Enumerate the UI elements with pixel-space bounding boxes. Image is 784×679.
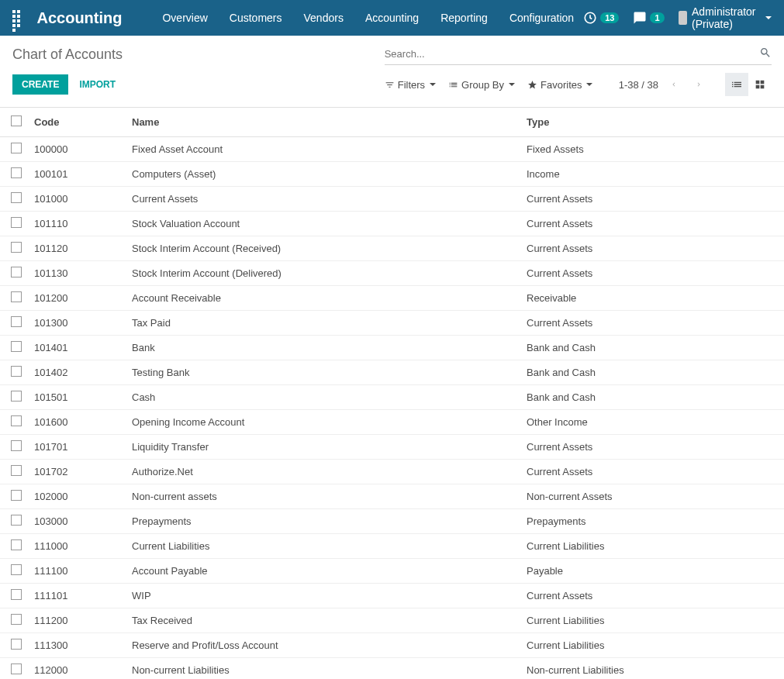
control-panel: Chart of Accounts CREATE IMPORT Filters … (0, 36, 784, 107)
view-list-button[interactable] (725, 73, 748, 96)
filters-button[interactable]: Filters (385, 79, 436, 91)
nav-overview[interactable]: Overview (153, 7, 216, 29)
table-row[interactable]: 101702Authorize.NetCurrent Assets (0, 460, 784, 484)
table-row[interactable]: 101120Stock Interim Account (Received)Cu… (0, 236, 784, 261)
row-checkbox[interactable] (11, 217, 22, 228)
cell-type: Prepayments (520, 509, 784, 534)
nav-vendors[interactable]: Vendors (295, 7, 353, 29)
table-row[interactable]: 112000Non-current LiabilitiesNon-current… (0, 658, 784, 680)
table-row[interactable]: 102000Non-current assetsNon-current Asse… (0, 484, 784, 509)
table-row[interactable]: 111200Tax ReceivedCurrent Liabilities (0, 608, 784, 633)
row-checkbox[interactable] (11, 143, 22, 153)
cell-name: Testing Bank (126, 360, 520, 385)
cell-name: Current Assets (126, 187, 520, 212)
search-input[interactable] (385, 43, 772, 64)
app-brand[interactable]: Accounting (36, 9, 122, 27)
cell-type: Current Assets (520, 187, 784, 212)
row-checkbox[interactable] (11, 242, 22, 253)
table-row[interactable]: 101000Current AssetsCurrent Assets (0, 187, 784, 212)
pager-prev[interactable] (665, 75, 683, 94)
select-all-checkbox[interactable] (11, 115, 22, 126)
favorites-button[interactable]: Favorites (527, 79, 592, 91)
table-row[interactable]: 101401BankBank and Cash (0, 336, 784, 360)
table-row[interactable]: 100101Computers (Asset)Income (0, 162, 784, 187)
cell-type: Current Assets (520, 460, 784, 484)
table-row[interactable]: 101300Tax PaidCurrent Assets (0, 311, 784, 336)
nav-customers[interactable]: Customers (220, 7, 292, 29)
cell-type: Fixed Assets (520, 137, 784, 162)
pager-next[interactable] (689, 75, 708, 94)
row-checkbox[interactable] (11, 391, 22, 402)
cell-code: 112000 (28, 658, 126, 680)
table-row[interactable]: 111000Current LiabilitiesCurrent Liabili… (0, 534, 784, 559)
header-name[interactable]: Name (126, 108, 520, 137)
table-row[interactable]: 101402Testing BankBank and Cash (0, 360, 784, 385)
table-row[interactable]: 101200Account ReceivableReceivable (0, 286, 784, 311)
cell-code: 101110 (28, 212, 126, 236)
view-kanban-button[interactable] (748, 73, 772, 96)
user-menu[interactable]: Administrator (Private) (679, 5, 772, 30)
row-checkbox[interactable] (11, 490, 22, 501)
cell-type: Current Assets (520, 212, 784, 236)
table-row[interactable]: 101501CashBank and Cash (0, 385, 784, 410)
row-checkbox[interactable] (11, 663, 22, 674)
table-row[interactable]: 103000PrepaymentsPrepayments (0, 509, 784, 534)
cell-name: Stock Interim Account (Delivered) (126, 261, 520, 286)
cell-name: Account Payable (126, 559, 520, 584)
row-checkbox[interactable] (11, 267, 22, 277)
table-row[interactable]: 101701Liquidity TransferCurrent Assets (0, 435, 784, 460)
row-checkbox[interactable] (11, 614, 22, 625)
kanban-view-icon (754, 78, 766, 91)
row-checkbox[interactable] (11, 539, 22, 550)
cell-type: Income (520, 162, 784, 187)
row-checkbox[interactable] (11, 366, 22, 377)
table-row[interactable]: 111300Reserve and Profit/Loss AccountCur… (0, 633, 784, 658)
activities-icon[interactable]: 13 (583, 11, 619, 25)
nav-configuration[interactable]: Configuration (500, 7, 583, 29)
row-checkbox[interactable] (11, 316, 22, 327)
cell-name: Reserve and Profit/Loss Account (126, 633, 520, 658)
nav-right: 13 1 Administrator (Private) (583, 5, 772, 30)
cell-type: Bank and Cash (520, 360, 784, 385)
apps-icon[interactable] (12, 10, 21, 26)
row-checkbox[interactable] (11, 515, 22, 526)
row-checkbox[interactable] (11, 291, 22, 302)
breadcrumb: Chart of Accounts (12, 43, 385, 63)
cell-code: 111100 (28, 559, 126, 584)
discuss-icon[interactable]: 1 (633, 11, 664, 25)
groupby-button[interactable]: Group By (448, 79, 515, 91)
cell-name: Non-current Liabilities (126, 658, 520, 680)
cell-code: 111101 (28, 584, 126, 608)
nav-accounting[interactable]: Accounting (356, 7, 428, 29)
row-checkbox[interactable] (11, 415, 22, 426)
cell-type: Payable (520, 559, 784, 584)
table-row[interactable]: 101130Stock Interim Account (Delivered)C… (0, 261, 784, 286)
header-code[interactable]: Code (28, 108, 126, 137)
table-row[interactable]: 100000Fixed Asset AccountFixed Assets (0, 137, 784, 162)
row-checkbox[interactable] (11, 167, 22, 178)
groupby-label: Group By (461, 79, 504, 91)
import-button[interactable]: IMPORT (76, 74, 119, 95)
row-checkbox[interactable] (11, 465, 22, 476)
search-icon[interactable] (759, 47, 772, 59)
table-row[interactable]: 111100Account PayablePayable (0, 559, 784, 584)
header-type[interactable]: Type (520, 108, 784, 137)
cell-name: Prepayments (126, 509, 520, 534)
table-row[interactable]: 101110Stock Valuation AccountCurrent Ass… (0, 212, 784, 236)
cell-type: Current Liabilities (520, 608, 784, 633)
row-checkbox[interactable] (11, 440, 22, 451)
row-checkbox[interactable] (11, 192, 22, 203)
row-checkbox[interactable] (11, 341, 22, 352)
pager-text[interactable]: 1-38 / 38 (619, 79, 658, 91)
chevron-down-icon (765, 16, 772, 19)
table-row[interactable]: 101600Opening Income AccountOther Income (0, 410, 784, 435)
table-row[interactable]: 111101WIPCurrent Assets (0, 584, 784, 608)
cell-name: Tax Paid (126, 311, 520, 336)
create-button[interactable]: CREATE (12, 74, 68, 95)
row-checkbox[interactable] (11, 589, 22, 600)
nav-reporting[interactable]: Reporting (431, 7, 497, 29)
row-checkbox[interactable] (11, 639, 22, 650)
row-checkbox[interactable] (11, 564, 22, 575)
cell-name: WIP (126, 584, 520, 608)
cell-type: Current Liabilities (520, 633, 784, 658)
